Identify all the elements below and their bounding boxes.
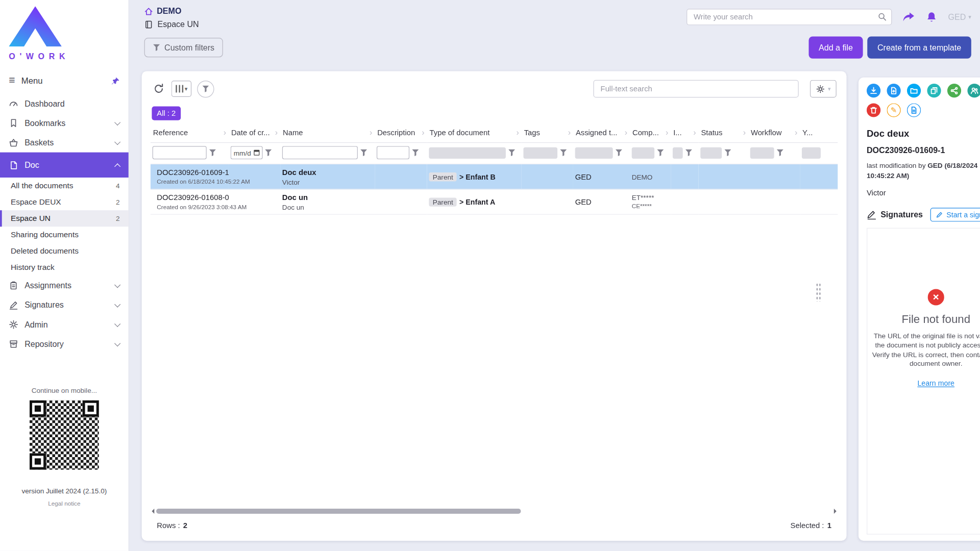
search-icon[interactable] xyxy=(877,12,887,21)
filter-i-select[interactable] xyxy=(673,147,683,158)
document-name: Doc un xyxy=(282,193,373,202)
filter-icon[interactable] xyxy=(209,149,216,156)
sidebar-item-bookmarks[interactable]: Bookmarks xyxy=(0,113,129,133)
sidebar-footer: Continue on mobile... version Juillet 20… xyxy=(0,387,129,507)
menu-label: Menu xyxy=(21,76,43,86)
sidebar-item-baskets[interactable]: Baskets xyxy=(0,133,129,152)
start-signature-button[interactable]: Start a signature xyxy=(930,208,980,221)
detail-last-modification: last modification by GED (6/18/2024 10:4… xyxy=(867,161,980,181)
share-icon[interactable] xyxy=(903,11,916,22)
create-from-template-button[interactable]: Create from a template xyxy=(867,37,971,59)
sidebar-item-repository[interactable]: Repository xyxy=(0,334,129,354)
new-version-button[interactable] xyxy=(887,84,900,97)
filter-y-select[interactable] xyxy=(802,147,821,158)
column-header-description[interactable]: Description› xyxy=(375,124,427,142)
type-value: > Enfant A xyxy=(459,198,495,206)
sidebar-subitem-all-documents[interactable]: All the documents 4 xyxy=(0,178,129,194)
columns-button[interactable]: ▾ xyxy=(172,81,191,97)
column-header-status[interactable]: Status› xyxy=(699,124,748,142)
filter-reference-input[interactable] xyxy=(153,146,207,159)
fulltext-search-input[interactable] xyxy=(594,80,799,98)
column-header-y[interactable]: Y... xyxy=(800,124,838,142)
filter-type-select[interactable] xyxy=(429,147,506,158)
filter-tags-select[interactable] xyxy=(523,147,557,158)
file-icon xyxy=(910,107,918,114)
filter-status-select[interactable] xyxy=(700,147,722,158)
filter-workflow-select[interactable] xyxy=(750,147,774,158)
calendar-icon xyxy=(254,150,259,156)
count-badge: 2 xyxy=(116,215,120,222)
sidebar-subitem-history-track[interactable]: History track xyxy=(0,259,129,276)
column-header-tags[interactable]: Tags› xyxy=(522,124,573,142)
trash-icon xyxy=(870,107,877,114)
sidebar-item-doc[interactable]: Doc xyxy=(0,153,129,178)
home-icon xyxy=(144,7,153,15)
document-row[interactable]: DOC230926-01608-0 Created on 9/26/2023 3… xyxy=(151,189,838,214)
column-header-assigned[interactable]: Assigned t...› xyxy=(573,124,630,142)
download-button[interactable] xyxy=(867,84,880,97)
table-viewport: Reference› Date of cr...› Name› Descript… xyxy=(148,124,840,507)
bell-icon[interactable] xyxy=(926,11,937,23)
filter-company-select[interactable] xyxy=(632,147,654,158)
column-header-type[interactable]: Type of document› xyxy=(427,124,522,142)
delete-button[interactable] xyxy=(867,103,880,117)
action-bar: Custom filters Add a file Create from a … xyxy=(129,29,980,59)
properties-button[interactable] xyxy=(907,103,921,117)
workspace-title[interactable]: DEMO xyxy=(144,6,199,16)
scroll-right-arrow[interactable] xyxy=(834,509,839,514)
duplicate-button[interactable] xyxy=(927,84,941,97)
sidebar-item-dashboard[interactable]: Dashboard xyxy=(0,94,129,113)
sidebar-item-signatures[interactable]: Signatures xyxy=(0,295,129,315)
filter-description-input[interactable] xyxy=(377,146,409,159)
scroll-left-arrow[interactable] xyxy=(149,509,154,514)
tab-all-documents[interactable]: All : 2 xyxy=(152,107,181,120)
column-header-reference[interactable]: Reference› xyxy=(151,124,229,142)
document-row[interactable]: DOC230926-01609-1 Created on 6/18/2024 1… xyxy=(151,164,838,189)
filter-name-input[interactable] xyxy=(282,146,358,159)
sidebar-subitem-sharing-documents[interactable]: Sharing documents xyxy=(0,227,129,243)
scrollbar-thumb[interactable] xyxy=(156,509,521,514)
legal-notice-link[interactable]: Legal notice xyxy=(0,500,129,507)
scrollbar-track[interactable] xyxy=(156,508,832,514)
sidebar-subitem-deleted-documents[interactable]: Deleted documents xyxy=(0,243,129,259)
move-to-folder-button[interactable] xyxy=(907,84,921,97)
header-actions: GED ▾ xyxy=(687,6,971,25)
user-menu[interactable]: GED ▾ xyxy=(948,12,971,22)
bookmark-icon xyxy=(9,118,18,128)
edit-button[interactable]: ✎ xyxy=(887,103,900,117)
folder-open-icon xyxy=(910,87,918,94)
panel-resize-handle[interactable] xyxy=(816,283,821,302)
horizontal-scrollbar[interactable] xyxy=(148,507,840,515)
learn-more-link[interactable]: Learn more xyxy=(917,380,954,387)
filter-assigned-select[interactable] xyxy=(575,147,613,158)
company: DEMO xyxy=(632,173,653,181)
column-header-company[interactable]: Comp...› xyxy=(630,124,671,142)
refresh-button[interactable] xyxy=(152,82,165,95)
sidebar-subitem-espace-deux[interactable]: Espace DEUX 2 xyxy=(0,194,129,210)
column-header-date[interactable]: Date of cr...› xyxy=(229,124,280,142)
global-search-input[interactable] xyxy=(687,9,892,25)
pin-sidebar-icon[interactable] xyxy=(111,77,119,85)
document-actions-row-2: ✎ xyxy=(867,103,980,117)
assigned-to: GED xyxy=(575,197,592,206)
gear-icon xyxy=(816,84,826,94)
chevron-down-icon xyxy=(114,301,120,307)
sidebar-subitem-espace-un[interactable]: Espace UN 2 xyxy=(0,210,129,227)
document-name-sub: Victor xyxy=(282,178,373,186)
column-resize-handle[interactable]: › xyxy=(224,128,226,138)
filter-date-input[interactable]: mm/d xyxy=(231,146,262,159)
share-button[interactable] xyxy=(947,84,961,97)
column-header-name[interactable]: Name› xyxy=(280,124,375,142)
column-header-i[interactable]: I...› xyxy=(671,124,698,142)
sidebar-item-admin[interactable]: Admin xyxy=(0,315,129,334)
sidebar-item-assignments[interactable]: Assignments xyxy=(0,276,129,295)
space-title[interactable]: Espace UN xyxy=(144,19,199,29)
column-header-workflow[interactable]: Workflow› xyxy=(748,124,800,142)
assign-users-button[interactable] xyxy=(967,84,980,97)
add-file-button[interactable]: Add a file xyxy=(808,37,863,59)
custom-filters-button[interactable]: Custom filters xyxy=(144,38,224,57)
filters-toggle-button[interactable] xyxy=(197,80,214,97)
table-settings-button[interactable]: ▾ xyxy=(811,80,837,98)
hamburger-icon[interactable]: ≡ xyxy=(9,74,15,87)
main-area: DEMO Espace UN GED ▾ xyxy=(129,0,980,551)
